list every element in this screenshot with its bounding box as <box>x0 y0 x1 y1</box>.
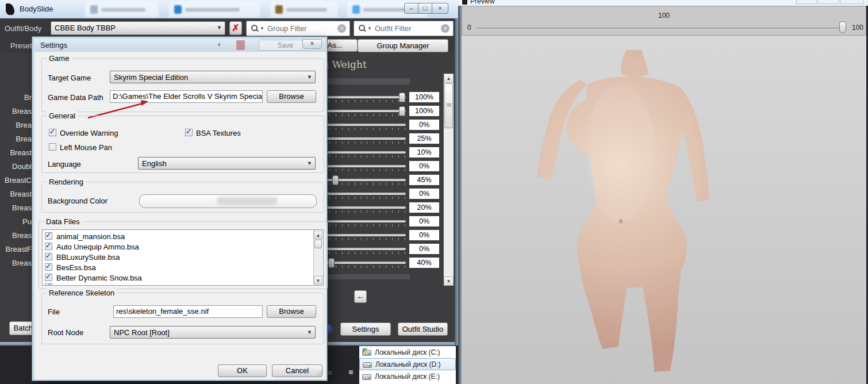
clear-icon[interactable]: × <box>441 24 450 33</box>
data-file-item[interactable]: ✓ Better Dynamic Snow.bsa <box>43 272 313 283</box>
slider-value-box[interactable]: 100% <box>409 106 439 116</box>
slider-handle[interactable] <box>399 106 405 116</box>
scroll-down-icon[interactable]: ▼ <box>444 277 454 286</box>
preview-titlebar[interactable]: Preview <box>458 0 868 6</box>
preview-viewport[interactable] <box>462 36 866 384</box>
slider-track[interactable] <box>327 193 406 195</box>
slider-track[interactable] <box>327 262 406 264</box>
data-file-item[interactable]: ✓ BBLuxurySuite.bsa <box>43 252 313 262</box>
cancel-button[interactable]: Cancel <box>272 364 322 377</box>
settings-dialog-titlebar[interactable]: Settings ▼ Save × <box>34 39 325 52</box>
slider-track[interactable] <box>327 124 406 126</box>
slider-label: Brea <box>0 121 32 129</box>
drive-name: Локальный диск (E:) <box>375 373 440 381</box>
file-checkbox[interactable]: ✓ <box>45 243 52 250</box>
slider-value-box[interactable]: 0% <box>409 230 439 240</box>
slider-value-box[interactable]: 0% <box>409 216 439 226</box>
dialog-close-button[interactable]: × <box>302 39 322 49</box>
minimize-button[interactable] <box>796 0 817 4</box>
slider-value-box[interactable]: 0% <box>409 244 439 254</box>
drive-list-item[interactable]: Локальный диск (E:) <box>359 370 456 382</box>
slider-handle[interactable] <box>399 93 405 102</box>
language-value: English <box>142 159 304 168</box>
slider-track[interactable] <box>327 110 406 112</box>
data-files-list[interactable]: ✓ animal_mansion.bsa ✓ Auto Unequip Ammo… <box>42 229 324 286</box>
drive-list-item[interactable]: Локальный диск (C:) <box>359 346 456 358</box>
settings-button[interactable]: Settings <box>340 322 391 336</box>
group-filter-box[interactable]: ▼ Group Filter × <box>246 21 350 36</box>
close-button[interactable] <box>840 0 864 4</box>
menu-lines-icon: ≡ <box>328 368 332 377</box>
minimize-button[interactable]: – <box>404 3 418 14</box>
data-file-item[interactable]: ✓ Auto Unequip Ammo.bsa <box>43 241 313 252</box>
scrollbar-thumb[interactable] <box>314 240 322 248</box>
slider-value-box[interactable]: 20% <box>409 202 439 213</box>
skeleton-file-input[interactable]: res\skeleton_female_sse.nif <box>113 305 263 318</box>
scroll-up-icon[interactable]: ▲ <box>444 74 454 83</box>
slider-value-box[interactable]: 25% <box>409 133 439 144</box>
language-combo[interactable]: English ▼ <box>138 157 316 170</box>
ok-button[interactable]: OK <box>218 364 267 377</box>
slider-track[interactable] <box>327 165 406 167</box>
outfit-studio-button[interactable]: Outfit Studio <box>398 322 448 336</box>
slider-value-box[interactable]: 0% <box>409 189 439 199</box>
slider-track[interactable] <box>327 220 406 222</box>
override-warning-checkbox[interactable]: ✓ <box>49 129 56 136</box>
data-files-scrollbar[interactable]: ▲ ▼ <box>313 231 322 285</box>
close-button[interactable]: × <box>432 3 448 14</box>
slider-handle[interactable] <box>328 258 335 268</box>
slider-label: Breas <box>0 259 32 267</box>
background-color-button[interactable] <box>139 194 317 208</box>
file-checkbox[interactable]: ✓ <box>45 274 52 281</box>
slider-ticks <box>329 224 405 226</box>
target-game-combo[interactable]: Skyrim Special Edition ▼ <box>110 71 316 83</box>
slider-track[interactable] <box>327 234 406 236</box>
delete-outfit-button[interactable]: ✗ <box>229 21 242 35</box>
bodyslide-titlebar[interactable]: BodySlide – □ × <box>0 0 458 19</box>
scroll-up-icon[interactable]: ▲ <box>314 231 322 239</box>
browse-skeleton-button[interactable]: Browse <box>267 305 316 318</box>
maximize-button[interactable]: □ <box>418 3 432 14</box>
file-checkbox[interactable]: ✓ <box>45 263 52 271</box>
slider-track[interactable] <box>327 248 406 250</box>
outfit-body-combo[interactable]: CBBE Body TBBP ▼ <box>51 21 225 35</box>
file-checkbox[interactable]: ✓ <box>45 253 52 260</box>
slider-track[interactable] <box>327 137 406 140</box>
slider-value-box[interactable]: 100% <box>409 92 439 102</box>
data-file-item[interactable]: ✓ animal_mansion.bsa <box>43 231 313 241</box>
maximize-button[interactable] <box>818 0 839 4</box>
reference-skeleton-legend: Reference Skeleton <box>47 289 117 297</box>
slider-value-box[interactable]: 40% <box>409 258 439 268</box>
clear-icon[interactable]: × <box>337 24 346 33</box>
slider-handle[interactable] <box>332 175 339 185</box>
slider-value-box[interactable]: 45% <box>409 175 439 185</box>
slider-label: Breast <box>0 190 32 198</box>
back-arrow-button[interactable]: ← <box>354 290 367 303</box>
slider-value-box[interactable]: 0% <box>409 120 439 130</box>
scroll-down-icon[interactable]: ▼ <box>314 276 322 285</box>
slider-value-box[interactable]: 0% <box>409 161 439 171</box>
drive-list-item[interactable]: Локальный диск (D:) <box>359 358 456 370</box>
scrollbar-thumb[interactable] <box>444 83 453 128</box>
data-file-item[interactable]: ✓ BesEss.bsa <box>43 262 313 272</box>
file-name: animal_mansion.bsa <box>56 232 125 241</box>
slider-track[interactable] <box>327 96 406 98</box>
resize-grip[interactable] <box>317 371 323 377</box>
left-mouse-pan-checkbox[interactable]: ✓ <box>49 143 56 151</box>
game-group-legend: Game <box>47 54 71 63</box>
slider-ticks <box>329 238 405 240</box>
slider-track[interactable] <box>327 206 406 209</box>
file-checkbox[interactable]: ✓ <box>45 232 52 240</box>
slider-scrollbar[interactable]: ▲ ▼ <box>443 74 454 286</box>
slider-value-box[interactable]: 10% <box>409 147 439 158</box>
weight-slider-track[interactable] <box>476 28 839 30</box>
browse-data-path-button[interactable]: Browse <box>267 90 316 103</box>
slider-label: Breas <box>0 231 32 240</box>
root-node-combo[interactable]: NPC Root [Root] ▼ <box>110 326 316 339</box>
bsa-textures-checkbox[interactable]: ✓ <box>185 129 193 136</box>
outfit-filter-box[interactable]: ▼ Outfit Filter × <box>354 21 454 36</box>
weight-slider-handle[interactable] <box>839 21 846 33</box>
group-manager-button[interactable]: Group Manager <box>358 39 448 52</box>
slider-track[interactable] <box>327 151 406 153</box>
data-file-items: ✓ animal_mansion.bsa ✓ Auto Unequip Ammo… <box>43 231 313 283</box>
